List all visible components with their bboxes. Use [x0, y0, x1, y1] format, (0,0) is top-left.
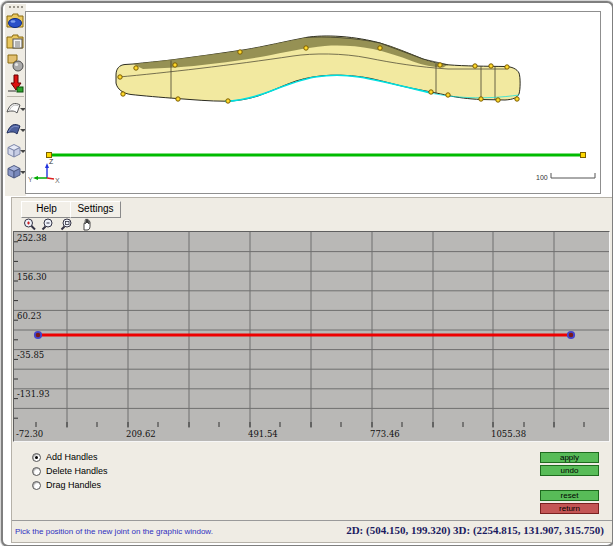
- radio-label: Delete Handles: [46, 466, 108, 476]
- y-tick-label: 156.30: [17, 272, 47, 282]
- x-tick-label: 773.46: [370, 429, 400, 439]
- return-button[interactable]: return: [540, 503, 599, 514]
- toolbar-grip[interactable]: [5, 4, 26, 9]
- radio-add-handles[interactable]: Add Handles: [32, 451, 98, 463]
- y-tick-label: -35.85: [17, 350, 44, 360]
- solid-wireframe-icon[interactable]: [6, 142, 25, 161]
- curve-handle-left[interactable]: [35, 332, 41, 338]
- radio-circle[interactable]: [32, 467, 41, 476]
- axis-x-label: X: [55, 177, 60, 184]
- application-window: Z Y X 100 Help Settings: [1, 1, 613, 546]
- radio-circle[interactable]: [32, 481, 41, 490]
- x-tick-label: 209.62: [126, 429, 156, 439]
- axis-y-label: Y: [28, 176, 33, 183]
- screenshot-stage: Z Y X 100 Help Settings: [0, 0, 613, 546]
- radio-label: Drag Handles: [46, 480, 101, 490]
- x-tick-label: -72.30: [16, 429, 43, 439]
- list-folder-icon[interactable]: [6, 32, 25, 51]
- status-message: Pick the position of the new joint on th…: [15, 527, 213, 536]
- curve-handle-right[interactable]: [568, 332, 574, 338]
- scale-value-label: 100: [536, 174, 548, 181]
- handle-editor-panel: Help Settings: [11, 197, 613, 543]
- 3d-model-group: Z Y X 100: [28, 36, 595, 184]
- joint-line-end-handle: [581, 153, 586, 158]
- solid-shaded-icon[interactable]: [6, 163, 25, 182]
- reset-button[interactable]: reset: [540, 490, 599, 501]
- scale-indicator: 100: [536, 173, 595, 181]
- graph-toolbar: [22, 217, 96, 232]
- import-part-icon[interactable]: [6, 74, 25, 93]
- settings-button[interactable]: Settings: [70, 201, 121, 218]
- undo-button[interactable]: undo: [540, 465, 599, 476]
- part-folder-icon[interactable]: [6, 11, 25, 30]
- toolbar-separator: [7, 96, 24, 97]
- surface-shaded-icon[interactable]: [6, 121, 25, 140]
- left-toolbar: [5, 4, 26, 196]
- graph-plot: [14, 232, 609, 428]
- 3d-viewport[interactable]: Z Y X 100: [25, 11, 601, 194]
- zoom-in-icon[interactable]: [22, 217, 39, 232]
- x-tick-label: 1055.38: [491, 429, 526, 439]
- zoom-box-icon[interactable]: [60, 217, 77, 232]
- axis-z-label: Z: [49, 158, 54, 165]
- status-bar: Pick the position of the new joint on th…: [12, 520, 612, 544]
- radio-circle[interactable]: [32, 453, 41, 462]
- material-sphere-icon[interactable]: [6, 53, 25, 72]
- zoom-out-icon[interactable]: [41, 217, 58, 232]
- radio-drag-handles[interactable]: Drag Handles: [32, 479, 101, 491]
- y-tick-label: 60.23: [17, 311, 41, 321]
- y-tick-label: 252.38: [17, 233, 47, 243]
- pan-hand-icon[interactable]: [79, 217, 96, 232]
- surface-wireframe-icon[interactable]: [6, 100, 25, 119]
- axis-triad: Z Y X: [28, 158, 60, 184]
- joint-line-start-handle: [47, 153, 52, 158]
- handle-graph[interactable]: 252.38 156.30 60.23 -35.85 -131.93 -72.3…: [13, 231, 610, 442]
- help-button[interactable]: Help: [21, 201, 72, 218]
- cursor-coordinates: 2D: (504.150, 199.320) 3D: (2254.815, 13…: [346, 524, 604, 536]
- radio-delete-handles[interactable]: Delete Handles: [32, 465, 108, 477]
- y-tick-label: -131.93: [17, 389, 50, 399]
- radio-label: Add Handles: [46, 452, 98, 462]
- x-tick-label: 491.54: [248, 429, 278, 439]
- apply-button[interactable]: apply: [540, 452, 599, 463]
